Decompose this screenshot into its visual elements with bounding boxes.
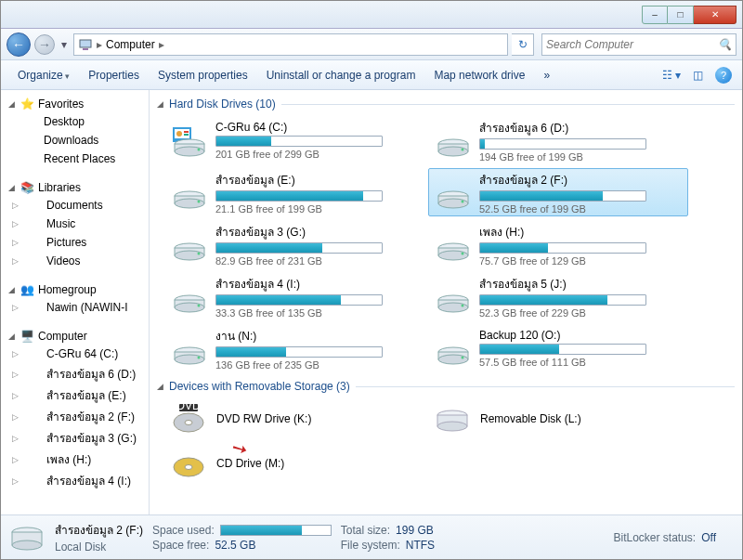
sidebar-header-homegroup[interactable]: ◢ 👥 Homegroup <box>1 281 149 298</box>
sidebar-item[interactable]: ▷เพลง (H:) <box>1 449 149 470</box>
drive-name: C-GRu 64 (C:) <box>215 121 418 134</box>
sidebar-item-label: Nawin (NAWIN-I <box>46 301 128 314</box>
drive-name: สำรองข้อมูล 4 (I:) <box>215 275 418 293</box>
removable-disk-icon <box>434 400 471 437</box>
drive-name: สำรองข้อมูล (E:) <box>215 171 418 189</box>
content-pane[interactable]: ◢ Hard Disk Drives (10) C-GRu 64 (C:)201… <box>150 90 742 514</box>
group-label: Devices with Removable Storage (3) <box>169 380 350 393</box>
sidebar-item[interactable]: Desktop <box>1 112 149 131</box>
sidebar-label: Libraries <box>38 181 81 194</box>
sidebar-item[interactable]: ▷สำรองข้อมูล (E:) <box>1 384 149 406</box>
collapse-icon: ◢ <box>8 285 17 294</box>
drive-item[interactable]: สำรองข้อมูล 5 (J:)52.3 GB free of 229 GB <box>428 272 688 320</box>
svg-point-55 <box>185 465 192 470</box>
drive-icon <box>435 330 472 367</box>
sidebar-item[interactable]: ▷สำรองข้อมูล 4 (I:) <box>1 470 149 491</box>
drive-free-text: 52.5 GB free of 199 GB <box>479 203 682 215</box>
sidebar-item[interactable]: ▷Videos <box>1 252 149 270</box>
item-icon <box>26 346 41 361</box>
sidebar-item[interactable]: ▷Pictures <box>1 233 149 252</box>
total-size-label: Total size: <box>341 524 390 537</box>
drive-item[interactable]: สำรองข้อมูล 4 (I:)33.3 GB free of 135 GB <box>164 272 424 320</box>
expand-icon: ▷ <box>12 370 20 379</box>
command-bar: Organize Properties System properties Un… <box>1 60 742 90</box>
svg-point-22 <box>462 201 464 203</box>
item-icon <box>23 133 38 148</box>
drive-info: CD Drive (M:) <box>216 457 419 470</box>
toolbar-overflow[interactable]: » <box>534 64 559 86</box>
removable-item[interactable]: Removable Disk (L:) <box>428 398 688 439</box>
group-header-hdd[interactable]: ◢ Hard Disk Drives (10) <box>157 98 735 111</box>
svg-point-30 <box>462 253 464 255</box>
capacity-bar <box>479 190 646 202</box>
sidebar-item[interactable]: Recent Places <box>1 150 149 168</box>
collapse-icon: ◢ <box>157 382 163 391</box>
sidebar-item-label: เพลง (H:) <box>46 450 91 468</box>
drive-item[interactable]: C-GRu 64 (C:)201 GB free of 299 GB <box>164 116 424 164</box>
sidebar-item[interactable]: ▷Music <box>1 215 149 233</box>
navigation-pane[interactable]: ◢ ⭐ Favorites DesktopDownloadsRecent Pla… <box>1 90 150 514</box>
computer-icon <box>78 37 93 52</box>
os-drive-icon <box>171 122 208 159</box>
view-options-button[interactable]: ☷ ▾ <box>660 64 683 86</box>
collapse-icon: ◢ <box>8 99 17 109</box>
refresh-button[interactable]: ↻ <box>512 33 534 56</box>
search-box[interactable]: 🔍 <box>541 33 736 56</box>
back-button[interactable]: ← <box>7 33 31 57</box>
drive-info: เพลง (H:)75.7 GB free of 129 GB <box>479 223 682 267</box>
sidebar-header-libraries[interactable]: ◢ 📚 Libraries <box>1 179 149 196</box>
sidebar-header-favorites[interactable]: ◢ ⭐ Favorites <box>1 96 149 112</box>
drive-item[interactable]: Backup 120 (O:)57.5 GB free of 111 GB <box>428 324 688 372</box>
nav-history-dropdown[interactable]: ▾ <box>59 38 70 51</box>
drive-name: สำรองข้อมูล 6 (D:) <box>479 119 682 137</box>
removable-item[interactable]: DVDDVD RW Drive (K:) <box>164 398 424 439</box>
map-drive-button[interactable]: Map network drive <box>424 64 534 86</box>
help-button[interactable]: ? <box>712 64 735 86</box>
drive-item[interactable]: สำรองข้อมูล 6 (D:)194 GB free of 199 GB <box>428 116 688 164</box>
sidebar-item[interactable]: ▷C-GRu 64 (C:) <box>1 345 149 363</box>
svg-rect-0 <box>80 40 91 47</box>
item-icon <box>26 235 41 250</box>
sidebar-item[interactable]: ▷สำรองข้อมูล 3 (G:) <box>1 427 149 449</box>
capacity-bar <box>215 294 383 306</box>
organize-menu[interactable]: Organize <box>8 64 79 86</box>
close-button[interactable]: ✕ <box>694 6 736 24</box>
drive-info: สำรองข้อมูล 5 (J:)52.3 GB free of 229 GB <box>479 275 682 319</box>
collapse-icon: ◢ <box>8 332 17 341</box>
drive-item[interactable]: เพลง (H:)75.7 GB free of 129 GB <box>428 220 688 268</box>
breadcrumb[interactable]: ▸ Computer ▸ <box>73 33 508 56</box>
svg-rect-1 <box>83 48 88 50</box>
drive-item[interactable]: งาน (N:)136 GB free of 235 GB <box>164 324 424 372</box>
main-area: ◢ ⭐ Favorites DesktopDownloadsRecent Pla… <box>1 90 742 514</box>
sidebar-item[interactable]: ▷Nawin (NAWIN-I <box>1 298 149 317</box>
breadcrumb-item[interactable]: Computer <box>106 38 155 51</box>
sidebar-header-computer[interactable]: ◢ 🖥️ Computer <box>1 328 149 345</box>
maximize-button[interactable]: □ <box>668 6 694 24</box>
sidebar-item[interactable]: ▷สำรองข้อมูล 2 (F:) <box>1 406 149 427</box>
preview-pane-button[interactable]: ◫ <box>686 64 709 86</box>
svg-point-14 <box>462 149 464 151</box>
drive-item[interactable]: สำรองข้อมูล 3 (G:)82.9 GB free of 231 GB <box>164 220 424 268</box>
svg-rect-5 <box>184 131 189 133</box>
drive-item[interactable]: สำรองข้อมูล (E:)21.1 GB free of 199 GB <box>164 168 424 216</box>
properties-button[interactable]: Properties <box>79 64 149 86</box>
group-header-removable[interactable]: ◢ Devices with Removable Storage (3) <box>157 380 735 393</box>
removable-item[interactable]: CD Drive (M:) <box>164 443 424 484</box>
computer-icon: 🖥️ <box>20 330 34 343</box>
drive-free-text: 75.7 GB free of 129 GB <box>479 255 682 267</box>
sidebar-group-computer: ◢ 🖥️ Computer ▷C-GRu 64 (C:)▷สำรองข้อมูล… <box>1 328 149 491</box>
sidebar-item-label: สำรองข้อมูล 4 (I:) <box>46 472 131 489</box>
sidebar-item[interactable]: ▷Documents <box>1 196 149 215</box>
sidebar-item-label: สำรองข้อมูล (E:) <box>46 386 126 404</box>
sidebar-item[interactable]: ▷สำรองข้อมูล 6 (D:) <box>1 363 149 384</box>
uninstall-button[interactable]: Uninstall or change a program <box>257 64 425 86</box>
item-icon <box>26 474 41 488</box>
sidebar-label: Computer <box>38 330 87 343</box>
search-input[interactable] <box>546 38 718 51</box>
sidebar-item[interactable]: Downloads <box>1 131 149 150</box>
system-properties-button[interactable]: System properties <box>149 64 257 86</box>
capacity-bar <box>215 136 383 147</box>
drive-item[interactable]: สำรองข้อมูล 2 (F:)52.5 GB free of 199 GB <box>428 168 688 216</box>
forward-button[interactable]: → <box>34 34 55 55</box>
minimize-button[interactable]: – <box>642 6 668 24</box>
